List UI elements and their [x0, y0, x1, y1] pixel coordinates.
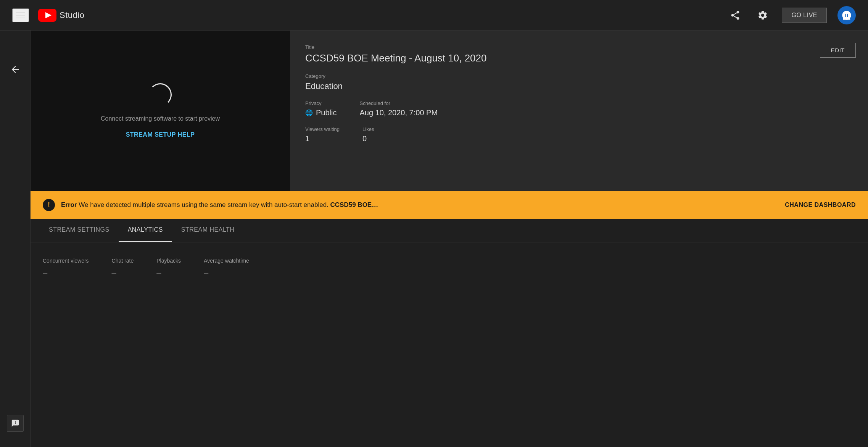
tabs-row: STREAM SETTINGS ANALYTICS STREAM HEALTH: [31, 219, 868, 242]
scheduled-col: Scheduled for Aug 10, 2020, 7:00 PM: [359, 100, 438, 117]
globe-icon: 🌐: [305, 109, 313, 116]
tab-analytics[interactable]: ANALYTICS: [119, 219, 172, 242]
studio-label: Studio: [60, 10, 84, 20]
nav-right: GO LIVE: [727, 6, 856, 24]
scheduled-label: Scheduled for: [359, 100, 438, 106]
error-label: Error: [61, 201, 77, 208]
preview-text: Connect streaming software to start prev…: [101, 115, 220, 122]
nav-left: Studio: [12, 8, 84, 22]
category-value: Education: [305, 81, 853, 91]
settings-icon: [757, 10, 768, 21]
privacy-value-row: 🌐 Public: [305, 108, 337, 117]
metric-concurrent-viewers: Concurrent viewers –: [43, 258, 89, 278]
change-dashboard-link[interactable]: CHANGE DASHBOARD: [785, 202, 856, 208]
likes-col: Likes 0: [362, 126, 374, 143]
go-live-button[interactable]: GO LIVE: [782, 8, 827, 23]
avatar-icon: [841, 10, 852, 21]
metrics-row: Concurrent viewers – Chat rate – Playbac…: [43, 258, 856, 278]
feedback-icon: [11, 419, 19, 428]
playbacks-label: Playbacks: [156, 258, 181, 264]
top-nav: Studio GO LIVE: [0, 0, 868, 31]
feedback-button[interactable]: [7, 415, 24, 432]
video-preview: Connect streaming software to start prev…: [31, 31, 290, 191]
avatar[interactable]: [837, 6, 856, 24]
stream-info-panel: EDIT Title CCSD59 BOE Meeting - August 1…: [290, 31, 868, 191]
content-area: Connect streaming software to start prev…: [31, 31, 868, 447]
viewers-value: 1: [305, 134, 340, 143]
tab-stream-settings[interactable]: STREAM SETTINGS: [40, 219, 119, 242]
loading-spinner: [149, 83, 172, 106]
likes-label: Likes: [362, 126, 374, 132]
error-banner: ! Error We have detected multiple stream…: [31, 191, 868, 219]
stream-ref: CCSD59 BOE…: [330, 201, 378, 208]
hamburger-line-2: [16, 15, 25, 16]
tab-stream-health[interactable]: STREAM HEALTH: [172, 219, 244, 242]
back-arrow-icon: [10, 64, 21, 75]
title-label: Title: [305, 44, 853, 50]
scheduled-value: Aug 10, 2020, 7:00 PM: [359, 108, 438, 117]
viewers-label: Viewers waiting: [305, 126, 340, 132]
back-button[interactable]: [7, 61, 24, 78]
hamburger-line-3: [16, 18, 25, 18]
viewers-col: Viewers waiting 1: [305, 126, 340, 143]
hamburger-line-1: [16, 12, 25, 13]
edit-button[interactable]: EDIT: [820, 43, 856, 58]
metric-chat-rate: Chat rate –: [112, 258, 134, 278]
likes-value: 0: [362, 134, 374, 143]
settings-button[interactable]: [754, 7, 771, 24]
category-label: Category: [305, 73, 853, 79]
metric-playbacks: Playbacks –: [156, 258, 181, 278]
privacy-label: Privacy: [305, 100, 337, 106]
left-sidebar: [0, 31, 31, 447]
metric-average-watchtime: Average watchtime –: [204, 258, 249, 278]
chat-rate-label: Chat rate: [112, 258, 134, 264]
logo[interactable]: Studio: [38, 9, 84, 22]
tabs-section: STREAM SETTINGS ANALYTICS STREAM HEALTH: [31, 219, 868, 242]
playbacks-value: –: [156, 268, 181, 278]
youtube-logo-icon: [38, 9, 56, 22]
error-icon: !: [43, 199, 55, 211]
stream-setup-help-link[interactable]: STREAM SETUP HELP: [126, 131, 195, 138]
privacy-value: Public: [316, 108, 337, 117]
error-text: Error We have detected multiple streams …: [61, 201, 779, 209]
chat-rate-value: –: [112, 268, 134, 278]
privacy-col: Privacy 🌐 Public: [305, 100, 337, 117]
upper-section: Connect streaming software to start prev…: [31, 31, 868, 191]
average-watchtime-label: Average watchtime: [204, 258, 249, 264]
main-layout: Connect streaming software to start prev…: [0, 31, 868, 447]
analytics-content: Concurrent viewers – Chat rate – Playbac…: [31, 242, 868, 294]
viewers-likes-row: Viewers waiting 1 Likes 0: [305, 126, 853, 143]
concurrent-viewers-label: Concurrent viewers: [43, 258, 89, 264]
concurrent-viewers-value: –: [43, 268, 89, 278]
share-button[interactable]: [727, 7, 744, 24]
average-watchtime-value: –: [204, 268, 249, 278]
share-icon: [730, 10, 741, 21]
error-message: We have detected multiple streams using …: [79, 201, 329, 208]
title-value: CCSD59 BOE Meeting - August 10, 2020: [305, 52, 853, 64]
hamburger-menu[interactable]: [12, 8, 29, 22]
privacy-scheduled-row: Privacy 🌐 Public Scheduled for Aug 10, 2…: [305, 100, 853, 117]
